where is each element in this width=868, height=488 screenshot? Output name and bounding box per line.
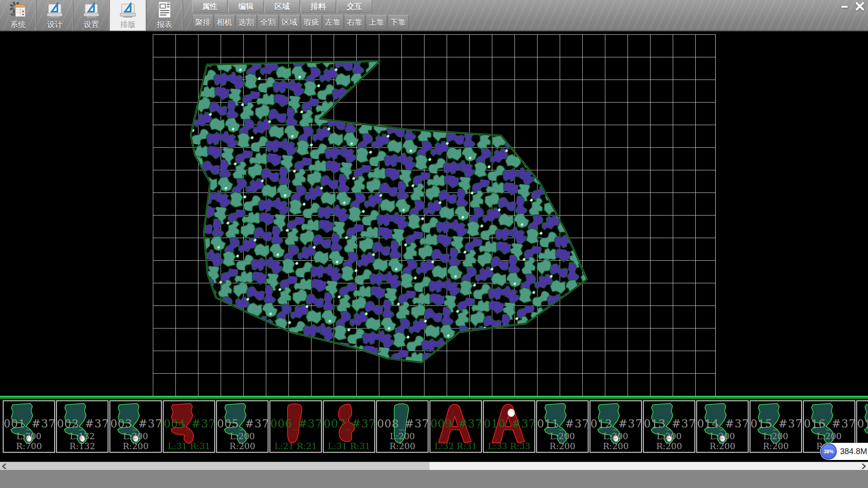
- part-id-label: 010_#37: [484, 418, 534, 430]
- main-button-label: 系统: [10, 20, 26, 29]
- main-button-label: 设计: [47, 20, 62, 29]
- toolbtn-7[interactable]: 左靠: [322, 15, 344, 30]
- toolbtn-1[interactable]: 聚排: [192, 15, 213, 30]
- part-cell-7[interactable]: 007_#37L:31 R:31: [323, 400, 375, 453]
- main-button-5[interactable]: 报表: [146, 0, 183, 31]
- tab-4[interactable]: 排料: [301, 0, 336, 13]
- part-cell-4[interactable]: 004_#37L:31 R:31: [163, 400, 215, 453]
- toolbtn-3[interactable]: 选割: [236, 15, 257, 30]
- tab-1[interactable]: 属性: [192, 0, 227, 13]
- settings-ruler-icon: [81, 0, 101, 20]
- minimize-button[interactable]: [838, 1, 851, 12]
- part-cell-9[interactable]: 009_#37L:32 R:31: [429, 400, 482, 453]
- part-counts-label: L:32 R:31: [430, 441, 481, 451]
- part-counts-label: L:200 R:200: [644, 431, 694, 451]
- memory-status-widget: 38% 384.8M: [820, 443, 868, 460]
- part-id-label: 012_#37: [590, 418, 641, 430]
- toolbtn-4[interactable]: 全割: [257, 15, 278, 30]
- design-ruler-icon: [45, 0, 65, 20]
- nesting-ruler-icon: [118, 0, 138, 20]
- main-button-4[interactable]: 排版: [110, 0, 146, 31]
- horizontal-scrollbar[interactable]: [0, 462, 868, 470]
- nesting-canvas[interactable]: [0, 32, 868, 396]
- part-id-label: 007_#37: [324, 418, 374, 430]
- part-cell-13[interactable]: 013_#37L:200 R:200: [643, 400, 695, 453]
- part-cell-10[interactable]: 010_#37L:33 R:33: [483, 400, 535, 453]
- part-id-label: 004_#37: [164, 418, 214, 430]
- ribbon-tabs: 属性编辑区域排料交互: [192, 0, 409, 14]
- titlebar: 系统设计设置排版报表 属性编辑区域排料交互 聚排相机选割全割区域瑕疵左靠右靠上靠…: [0, 0, 868, 32]
- toolbtn-8[interactable]: 右靠: [344, 15, 365, 30]
- part-counts-label: L:200 R:200: [697, 431, 748, 451]
- part-cell-1[interactable]: 001_#37L:700 R:700: [3, 400, 55, 453]
- part-cell-5[interactable]: 005_#37L:200 R:200: [216, 400, 269, 453]
- tab-2[interactable]: 编辑: [228, 0, 264, 13]
- part-id-label: 009_#37: [430, 418, 481, 430]
- part-cell-11[interactable]: 011_#37L:200 R:200: [536, 400, 589, 453]
- toolbtn-5[interactable]: 区域: [279, 15, 300, 30]
- main-button-label: 设置: [84, 20, 99, 29]
- scroll-left-button[interactable]: [0, 462, 8, 470]
- part-cell-2[interactable]: 002_#37L:132 R:132: [56, 400, 108, 453]
- part-id-label: 005_#37: [217, 418, 268, 430]
- part-counts-label: L:200 R:200: [537, 431, 588, 451]
- close-button[interactable]: [854, 1, 866, 12]
- part-counts-label: L:200 R:200: [377, 431, 428, 451]
- window-controls: [838, 1, 866, 12]
- tab-3[interactable]: 区域: [264, 0, 300, 13]
- part-counts-label: L:31 R:31: [324, 441, 374, 451]
- part-id-label: 002_#37: [57, 418, 108, 430]
- part-cell-14[interactable]: 014_#37L:200 R:200: [696, 400, 749, 453]
- main-toolbar: 系统设计设置排版报表: [0, 0, 183, 31]
- minimize-icon: [840, 3, 849, 10]
- part-counts-label: L:31 R:31: [164, 441, 214, 451]
- part-cell-15[interactable]: 015_#37L:200 R:200: [750, 400, 802, 453]
- menu-area: 属性编辑区域排料交互 聚排相机选割全割区域瑕疵左靠右靠上靠下靠: [192, 0, 409, 33]
- part-counts-label: L:200 R:200: [750, 431, 801, 451]
- tab-5[interactable]: 交互: [337, 0, 372, 13]
- part-counts-label: L:33 R:33: [484, 441, 534, 451]
- close-icon: [855, 2, 865, 11]
- part-counts-label: L:200 R:200: [217, 431, 268, 451]
- part-id-label: 017_#37: [857, 418, 868, 430]
- part-id-label: 015_#37: [750, 418, 801, 430]
- part-cell-12[interactable]: 012_#37L:200 R:200: [590, 400, 642, 453]
- part-counts-label: L:200 R:200: [110, 431, 161, 451]
- part-counts-label: L:700 R:700: [4, 431, 54, 451]
- toolbtn-6[interactable]: 瑕疵: [301, 15, 322, 30]
- part-cell-8[interactable]: 008_#37L:200 R:200: [376, 400, 429, 453]
- part-id-label: 008_#37: [377, 418, 428, 430]
- part-counts-label: L:200 R:200: [590, 431, 641, 451]
- main-button-label: 排版: [120, 20, 136, 29]
- scroll-right-button[interactable]: [860, 462, 868, 470]
- memory-used-label: 384.8M: [840, 447, 867, 456]
- leather-hide[interactable]: [191, 61, 587, 362]
- part-id-label: 011_#37: [537, 418, 588, 430]
- main-button-3[interactable]: 设置: [73, 0, 110, 31]
- toolbtn-10[interactable]: 下靠: [387, 15, 409, 30]
- part-cell-3[interactable]: 003_#37L:200 R:200: [109, 400, 162, 453]
- tool-buttons-row: 聚排相机选割全割区域瑕疵左靠右靠上靠下靠: [192, 14, 409, 33]
- report-document-icon: [155, 0, 175, 20]
- scrollbar-thumb[interactable]: [0, 462, 429, 470]
- part-id-label: 006_#37: [270, 418, 321, 430]
- part-counts-label: L:132 R:132: [57, 431, 108, 451]
- part-id-label: 003_#37: [110, 418, 161, 430]
- chevron-left-icon: [2, 464, 6, 469]
- part-cell-6[interactable]: 006_#37L:21 R:21: [269, 400, 322, 453]
- hide-layout-svg: [0, 32, 868, 396]
- part-id-label: 013_#37: [644, 418, 694, 430]
- main-button-1[interactable]: 系统: [0, 0, 37, 31]
- parts-list: 001_#37L:700 R:700002_#37L:132 R:132003_…: [3, 400, 868, 453]
- system-gear-icon: [8, 0, 28, 20]
- main-button-label: 报表: [157, 20, 172, 29]
- toolbtn-2[interactable]: 相机: [214, 15, 235, 30]
- part-id-label: 016_#37: [804, 418, 854, 430]
- part-id-label: 014_#37: [697, 418, 748, 430]
- application-window: { "window": { "controls": [ {"name": "mi…: [0, 0, 868, 488]
- bottom-bar: [0, 470, 868, 488]
- memory-percent-badge: 38%: [821, 443, 837, 460]
- parts-strip: 001_#37L:700 R:700002_#37L:132 R:132003_…: [0, 396, 868, 456]
- toolbtn-9[interactable]: 上靠: [366, 15, 387, 30]
- main-button-2[interactable]: 设计: [37, 0, 73, 31]
